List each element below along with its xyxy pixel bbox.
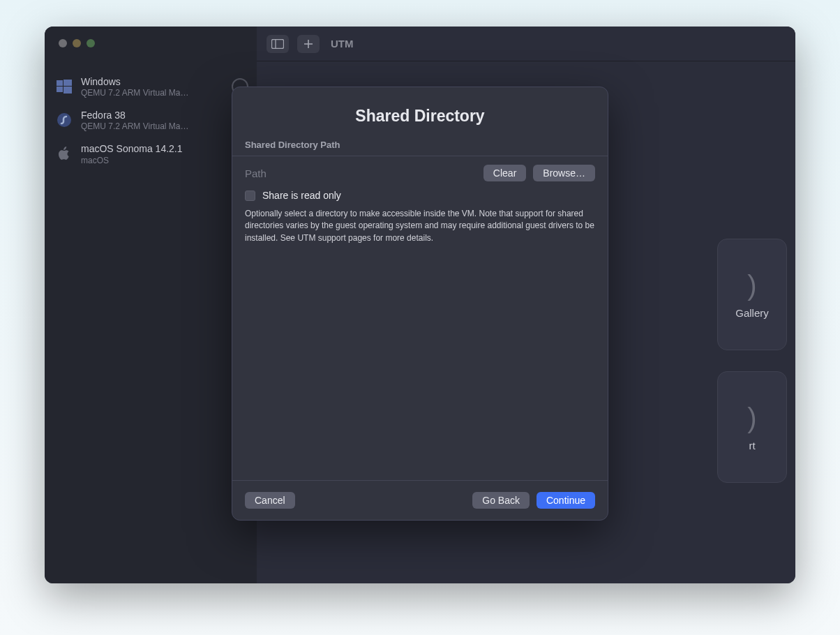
go-back-button[interactable]: Go Back — [472, 492, 530, 509]
path-row: Path Clear Browse… — [232, 156, 608, 190]
vm-title: Windows — [81, 75, 248, 88]
sidebar: Windows QEMU 7.2 ARM Virtual Ma… Fedora … — [45, 27, 257, 583]
apple-icon — [56, 145, 73, 162]
toolbar: UTM — [257, 27, 795, 61]
support-label: rt — [749, 440, 755, 451]
svg-rect-3 — [63, 87, 72, 94]
modal-title: Shared Directory — [232, 87, 608, 140]
shared-directory-modal: Shared Directory Shared Directory Path P… — [232, 87, 608, 521]
cancel-button[interactable]: Cancel — [245, 492, 295, 509]
vm-item-windows[interactable]: Windows QEMU 7.2 ARM Virtual Ma… — [45, 70, 257, 103]
gallery-label: Gallery — [735, 307, 769, 319]
gallery-card[interactable]: ) Gallery — [717, 239, 787, 350]
window-controls — [45, 27, 257, 61]
readonly-row: Share is read only — [232, 190, 608, 207]
add-vm-button[interactable] — [297, 35, 320, 53]
clear-button[interactable]: Clear — [483, 165, 526, 181]
close-window-button[interactable] — [59, 39, 67, 47]
support-card[interactable]: ) rt — [717, 371, 787, 483]
vm-subtitle: macOS — [81, 156, 207, 165]
fedora-icon — [56, 112, 73, 128]
vm-item-fedora[interactable]: Fedora 38 QEMU 7.2 ARM Virtual Ma… — [45, 103, 257, 137]
app-title: UTM — [331, 38, 354, 50]
section-header: Shared Directory Path — [232, 140, 608, 156]
svg-rect-0 — [57, 80, 63, 86]
modal-footer: Cancel Go Back Continue — [232, 480, 608, 520]
path-label: Path — [245, 167, 477, 179]
readonly-label: Share is read only — [262, 190, 341, 201]
svg-rect-5 — [272, 39, 284, 48]
toggle-sidebar-button[interactable] — [267, 35, 289, 53]
maximize-window-button[interactable] — [87, 39, 95, 47]
vm-title: macOS Sonoma 14.2.1 — [81, 142, 248, 155]
vm-subtitle: QEMU 7.2 ARM Virtual Ma… — [81, 88, 207, 98]
minimize-window-button[interactable] — [73, 39, 81, 47]
vm-list: Windows QEMU 7.2 ARM Virtual Ma… Fedora … — [45, 61, 257, 171]
browse-button[interactable]: Browse… — [533, 165, 595, 181]
svg-rect-1 — [63, 80, 72, 86]
windows-icon — [56, 78, 73, 95]
vm-title: Fedora 38 — [81, 109, 248, 121]
readonly-checkbox[interactable] — [245, 190, 255, 201]
vm-item-macos[interactable]: macOS Sonoma 14.2.1 macOS — [45, 137, 257, 170]
app-window: Windows QEMU 7.2 ARM Virtual Ma… Fedora … — [45, 27, 795, 583]
modal-body — [232, 244, 608, 480]
modal-description: Optionally select a directory to make ac… — [232, 207, 608, 244]
svg-rect-2 — [57, 87, 63, 92]
vm-subtitle: QEMU 7.2 ARM Virtual Ma… — [81, 121, 207, 131]
continue-button[interactable]: Continue — [537, 492, 595, 509]
